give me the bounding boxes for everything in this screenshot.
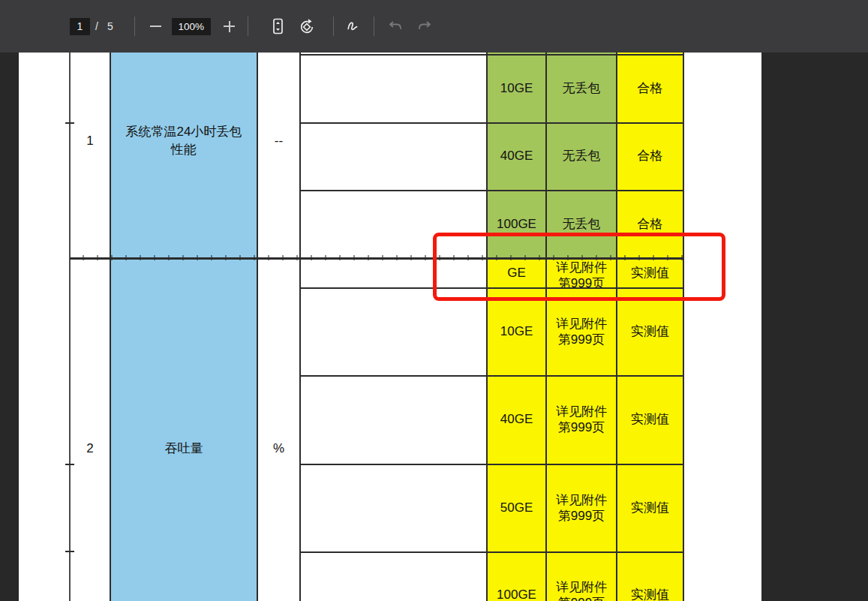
zoom-out-button[interactable]	[146, 17, 166, 36]
row2-sub5-result-text: 详见附件第999页	[551, 579, 611, 601]
rotate-button[interactable]	[297, 17, 317, 36]
rotate-counterclockwise-icon	[297, 17, 316, 36]
pdf-viewer: 1 / 5 100%	[0, 0, 868, 601]
row1-sub2-verdict: 合格	[617, 122, 683, 190]
annotate-button[interactable]	[344, 17, 364, 36]
fit-to-page-icon	[269, 17, 287, 35]
row2-sub3-result: 详见附件第999页	[546, 375, 617, 464]
row2-name-cell: 吞吐量	[110, 258, 257, 601]
row1-sub1-speed: 10GE	[487, 54, 546, 122]
toolbar-divider	[333, 17, 334, 36]
row2-sub4-speed: 50GE	[487, 464, 546, 551]
fit-page-button[interactable]	[268, 17, 287, 36]
row2-sub4-verdict: 实测值	[617, 464, 683, 551]
row1-index-cell: 1	[70, 53, 110, 258]
pdf-page: 1 系统常温24小时丢包性能 -- 10GE 无丢包 合格 40GE 无丢包 合…	[19, 53, 761, 601]
row1-sub1-result: 无丢包	[546, 54, 617, 122]
row2-sub3-verdict: 实测值	[617, 375, 683, 464]
row1-sub2-speed: 40GE	[487, 122, 546, 190]
page-count: 5	[107, 20, 113, 32]
row2-sub5-speed: 100GE	[487, 551, 546, 601]
row1-name-cell: 系统常温24小时丢包性能	[110, 53, 257, 258]
draw-squiggle-icon	[345, 17, 363, 35]
undo-arrow-icon	[386, 17, 404, 35]
row2-sub3-result-text: 详见附件第999页	[551, 404, 611, 435]
row1-name-text: 系统常温24小时丢包性能	[121, 123, 247, 159]
row2-name-text: 吞吐量	[165, 440, 203, 458]
plus-icon	[224, 21, 235, 32]
pdf-toolbar: 1 / 5 100%	[0, 0, 868, 53]
row1-unit-cell: --	[257, 53, 300, 258]
row2-sub2-result-text: 详见附件第999页	[551, 316, 611, 347]
row2-requirement-cell	[300, 258, 487, 601]
zoom-level[interactable]: 100%	[172, 18, 211, 35]
row2-sub5-verdict: 实测值	[617, 551, 683, 601]
row2-index-cell: 2	[70, 258, 110, 601]
row2-sub3-speed: 40GE	[487, 375, 546, 464]
row2-sub4-result-text: 详见附件第999页	[551, 492, 611, 524]
toolbar-divider	[374, 17, 374, 36]
undo-button[interactable]	[386, 17, 405, 36]
row2-unit-cell: %	[257, 258, 300, 601]
zoom-in-button[interactable]	[220, 17, 239, 36]
row1-sub1-verdict: 合格	[617, 54, 683, 122]
page-separator: /	[95, 20, 98, 32]
red-annotation-rectangle	[433, 233, 725, 301]
row2-sub5-result: 详见附件第999页	[546, 551, 617, 601]
toolbar-divider	[248, 17, 248, 36]
row2-sub4-result: 详见附件第999页	[546, 464, 617, 551]
toolbar-divider	[134, 17, 135, 36]
minus-icon	[150, 26, 161, 27]
redo-arrow-icon	[416, 17, 434, 35]
row1-sub2-result: 无丢包	[546, 122, 617, 190]
row1-requirement-cell	[300, 54, 487, 258]
page-number-input[interactable]: 1	[70, 18, 90, 35]
redo-button[interactable]	[415, 17, 434, 36]
